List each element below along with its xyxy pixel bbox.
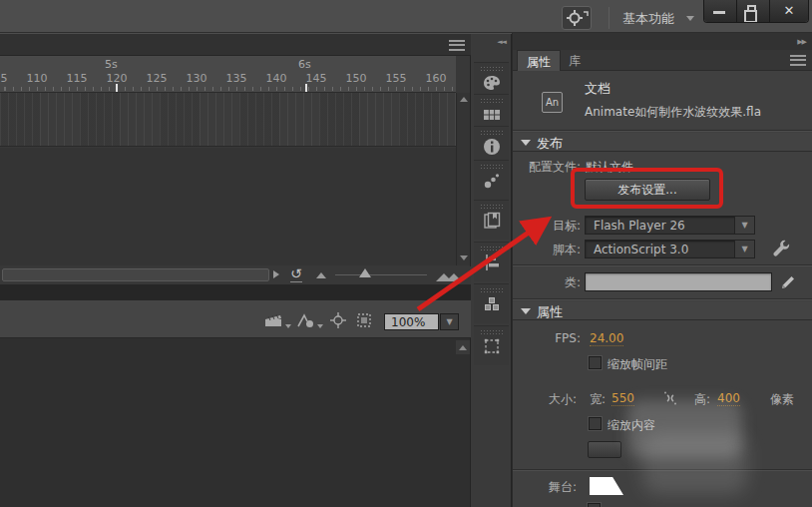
- timeline-vertical-scrollbar[interactable]: [456, 93, 470, 265]
- stage-color-swatch[interactable]: [590, 477, 623, 495]
- scroll-down-icon[interactable]: [460, 255, 468, 260]
- frame-grid[interactable]: [0, 93, 456, 147]
- class-edit-pencil-icon[interactable]: [778, 272, 798, 292]
- edit-bar: 100% ▼: [0, 300, 471, 338]
- script-settings-wrench-icon[interactable]: [770, 239, 792, 260]
- grip-dots-icon: [480, 246, 504, 251]
- brush-library-panel-button[interactable]: [474, 160, 509, 200]
- target-value: Flash Player 26: [594, 219, 685, 233]
- red-highlight-rectangle: [571, 168, 723, 209]
- partially-hidden-button[interactable]: [588, 441, 621, 458]
- scale-frame-spans-checkbox[interactable]: [589, 356, 602, 369]
- panel-tab-bar: 属性 库: [513, 50, 812, 71]
- info-circle-icon: [482, 137, 502, 157]
- frame-view-slider-track[interactable]: [335, 274, 427, 275]
- edit-symbol-caret-icon[interactable]: [317, 324, 323, 328]
- section-collapse-icon[interactable]: [521, 140, 531, 146]
- ruler-tick-dots: [0, 87, 456, 91]
- class-input[interactable]: [585, 272, 772, 291]
- resize-frame-view-icon[interactable]: [436, 270, 462, 284]
- frame-tick: 135: [226, 72, 247, 85]
- properties-section-header[interactable]: 属性: [513, 301, 812, 320]
- target-dropdown[interactable]: Flash Player 26 ▼: [585, 216, 755, 235]
- color-palette-icon: [482, 73, 502, 93]
- second-tick-5s: [116, 84, 118, 92]
- library-panel-button[interactable]: [474, 200, 509, 240]
- edit-symbol-icon[interactable]: [295, 311, 317, 329]
- panel-dock-strip: ◄◄: [471, 34, 512, 507]
- restore-icon: [747, 5, 756, 14]
- dropdown-arrow-icon[interactable]: ▼: [734, 241, 754, 257]
- grip-dots-icon: [480, 287, 504, 292]
- timeline-panel-menu-icon[interactable]: [449, 40, 465, 51]
- document-type-label: 文档: [585, 80, 610, 98]
- time-marker-6s: 6s: [298, 58, 311, 71]
- edit-scene-caret-icon[interactable]: [285, 324, 291, 328]
- edit-scene-clapperboard-icon[interactable]: [262, 311, 284, 329]
- minimize-button[interactable]: [704, 0, 737, 22]
- stage-label: 舞台:: [513, 479, 577, 496]
- components-panel-button[interactable]: [474, 283, 509, 323]
- frame-tick: 140: [266, 72, 287, 85]
- clipped-checkbox[interactable]: [588, 503, 601, 507]
- restore-button[interactable]: [737, 0, 770, 22]
- minimize-icon: [713, 11, 725, 14]
- timeline-header: [0, 34, 471, 56]
- stage-zoom-input[interactable]: 100%: [384, 313, 439, 330]
- expand-panels-icon[interactable]: ◄◄: [497, 38, 506, 46]
- tab-library[interactable]: 库: [560, 50, 590, 71]
- center-stage-crosshair-icon[interactable]: [327, 311, 349, 329]
- publish-section-header[interactable]: 发布: [513, 133, 812, 152]
- workspace-dropdown-caret[interactable]: [686, 16, 694, 21]
- document-filename: Animate如何制作水波纹效果.fla: [585, 104, 761, 121]
- collapse-panels-icon[interactable]: ▶▶: [797, 38, 806, 46]
- section-collapse-icon[interactable]: [521, 308, 531, 314]
- workspace-switcher-button[interactable]: [562, 6, 592, 30]
- center-frame-icon[interactable]: [316, 272, 326, 278]
- tab-properties[interactable]: 属性: [517, 50, 561, 71]
- stage-viewport[interactable]: [0, 338, 471, 507]
- workspace-name[interactable]: 基本功能: [622, 10, 674, 28]
- properties-panel-menu-icon[interactable]: [790, 55, 806, 66]
- grip-dots-icon: [480, 164, 504, 169]
- properties-section-title: 属性: [537, 303, 563, 321]
- frame-view-slider-thumb[interactable]: [359, 268, 371, 277]
- close-button[interactable]: ✕: [770, 0, 808, 22]
- stage-scrollbar-button[interactable]: [456, 340, 470, 354]
- script-dropdown[interactable]: ActionScript 3.0 ▼: [585, 240, 755, 258]
- properties-panel: ▶▶ 属性 库 An 文档 Animate如何制作水波纹效果.fla 发布 配置…: [512, 33, 812, 507]
- timeline-ruler[interactable]: 5s 6s 5 110 115 120 125 130 135 140 145 …: [0, 56, 456, 93]
- timeline-bottom-bar: ↺: [0, 266, 471, 284]
- frame-tick: 110: [27, 72, 48, 85]
- scale-content-checkbox[interactable]: [589, 417, 602, 430]
- stage-zoom-dropdown-button[interactable]: ▼: [440, 313, 459, 330]
- publish-section-title: 发布: [537, 135, 563, 153]
- library-book-icon: [482, 211, 502, 231]
- loop-playback-icon[interactable]: ↺: [290, 266, 302, 282]
- frame-tick: 125: [147, 72, 168, 85]
- divider: [513, 130, 812, 132]
- grip-dots-icon: [480, 98, 504, 103]
- align-panel-button[interactable]: [474, 242, 509, 281]
- second-tick-6s: [305, 84, 307, 92]
- panel-group-header: ▶▶: [513, 33, 812, 50]
- clip-content-outside-stage-icon[interactable]: [353, 311, 375, 329]
- dots-bubbles-icon: [482, 171, 502, 191]
- swatches-grid-icon: [482, 105, 502, 125]
- dropdown-arrow-icon[interactable]: ▼: [734, 217, 754, 234]
- target-label: 目标:: [513, 218, 581, 235]
- transform-panel-button[interactable]: [474, 325, 509, 365]
- grip-dots-icon: [480, 329, 504, 334]
- transform-selection-icon: [482, 336, 502, 356]
- frame-tick: 150: [346, 72, 367, 85]
- width-label: 宽:: [590, 391, 609, 408]
- scroll-up-icon: [459, 345, 467, 350]
- frame-tick: 5: [1, 72, 8, 85]
- fps-value[interactable]: 24.00: [590, 331, 623, 346]
- scroll-up-icon[interactable]: [460, 97, 468, 102]
- grip-dots-icon: [480, 66, 504, 71]
- scroll-right-icon[interactable]: [273, 270, 279, 278]
- layer-area-empty[interactable]: [0, 148, 456, 265]
- timeline-horizontal-scrollbar[interactable]: [2, 268, 269, 281]
- script-value: ActionScript 3.0: [594, 243, 688, 256]
